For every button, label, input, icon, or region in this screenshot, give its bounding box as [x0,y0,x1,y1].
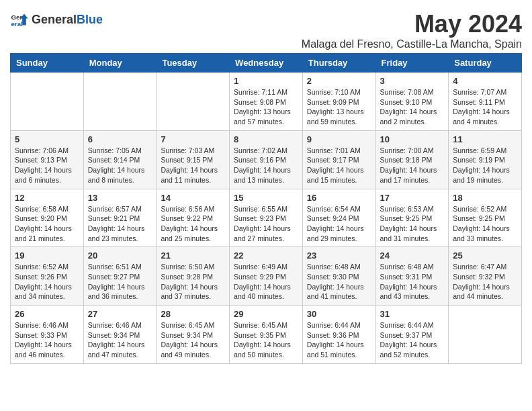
day-info: Sunrise: 6:49 AM Sunset: 9:29 PM Dayligh… [234,262,298,302]
day-number: 8 [234,134,298,144]
day-number: 29 [234,309,298,319]
column-header-thursday: Thursday [302,54,375,73]
day-number: 6 [88,134,152,144]
column-header-saturday: Saturday [449,54,522,73]
calendar-cell: 25Sunrise: 6:47 AM Sunset: 9:32 PM Dayli… [449,247,522,306]
calendar-cell: 22Sunrise: 6:49 AM Sunset: 9:29 PM Dayli… [230,247,303,306]
day-number: 7 [161,134,225,144]
day-info: Sunrise: 7:08 AM Sunset: 9:10 PM Dayligh… [380,87,445,127]
calendar-table: SundayMondayTuesdayWednesdayThursdayFrid… [10,53,522,364]
calendar-cell: 30Sunrise: 6:44 AM Sunset: 9:36 PM Dayli… [302,306,375,364]
day-info: Sunrise: 6:56 AM Sunset: 9:22 PM Dayligh… [161,204,225,244]
day-number: 30 [307,309,371,319]
day-info: Sunrise: 6:53 AM Sunset: 9:25 PM Dayligh… [380,204,445,244]
calendar-cell: 31Sunrise: 6:44 AM Sunset: 9:37 PM Dayli… [375,306,449,364]
calendar-cell [157,73,230,131]
day-info: Sunrise: 7:03 AM Sunset: 9:15 PM Dayligh… [161,146,225,185]
day-number: 28 [161,309,225,319]
calendar-cell: 10Sunrise: 7:00 AM Sunset: 9:18 PM Dayli… [375,130,449,189]
day-number: 21 [161,250,225,261]
calendar-cell: 11Sunrise: 6:59 AM Sunset: 9:19 PM Dayli… [449,130,522,189]
calendar-cell: 2Sunrise: 7:10 AM Sunset: 9:09 PM Daylig… [302,73,375,131]
day-number: 4 [453,76,517,86]
day-number: 22 [234,250,298,261]
calendar-cell: 12Sunrise: 6:58 AM Sunset: 9:20 PM Dayli… [11,189,84,247]
calendar-cell: 15Sunrise: 6:55 AM Sunset: 9:23 PM Dayli… [230,189,303,247]
calendar-cell: 28Sunrise: 6:45 AM Sunset: 9:34 PM Dayli… [157,306,230,364]
calendar-cell: 16Sunrise: 6:54 AM Sunset: 9:24 PM Dayli… [302,189,375,247]
calendar-cell: 17Sunrise: 6:53 AM Sunset: 9:25 PM Dayli… [375,189,449,247]
day-info: Sunrise: 7:00 AM Sunset: 9:18 PM Dayligh… [380,146,445,185]
day-number: 12 [15,193,79,203]
day-info: Sunrise: 7:10 AM Sunset: 9:09 PM Dayligh… [307,87,371,127]
page-header: Gen eral General Blue May 2024 Malaga de… [10,10,522,50]
day-info: Sunrise: 6:57 AM Sunset: 9:21 PM Dayligh… [88,204,152,244]
calendar-cell: 26Sunrise: 6:46 AM Sunset: 9:33 PM Dayli… [11,306,84,364]
calendar-cell: 23Sunrise: 6:48 AM Sunset: 9:30 PM Dayli… [302,247,375,306]
calendar-week-row: 26Sunrise: 6:46 AM Sunset: 9:33 PM Dayli… [11,306,522,364]
day-info: Sunrise: 6:52 AM Sunset: 9:25 PM Dayligh… [453,204,517,244]
day-info: Sunrise: 6:51 AM Sunset: 9:27 PM Dayligh… [88,262,152,302]
day-info: Sunrise: 7:05 AM Sunset: 9:14 PM Dayligh… [88,146,152,185]
calendar-cell: 3Sunrise: 7:08 AM Sunset: 9:10 PM Daylig… [375,73,449,131]
svg-text:eral: eral [11,20,23,28]
column-header-sunday: Sunday [11,54,84,73]
day-info: Sunrise: 6:47 AM Sunset: 9:32 PM Dayligh… [453,262,517,302]
calendar-cell [83,73,157,131]
calendar-cell: 7Sunrise: 7:03 AM Sunset: 9:15 PM Daylig… [157,130,230,189]
day-info: Sunrise: 6:59 AM Sunset: 9:19 PM Dayligh… [453,146,517,185]
calendar-cell: 20Sunrise: 6:51 AM Sunset: 9:27 PM Dayli… [83,247,157,306]
calendar-title: May 2024 [302,10,522,38]
day-info: Sunrise: 6:48 AM Sunset: 9:31 PM Dayligh… [380,262,445,302]
calendar-week-row: 12Sunrise: 6:58 AM Sunset: 9:20 PM Dayli… [11,189,522,247]
calendar-cell [11,73,84,131]
day-number: 17 [380,193,445,203]
day-info: Sunrise: 6:50 AM Sunset: 9:28 PM Dayligh… [161,262,225,302]
logo-text-general: General [32,13,77,27]
logo-text-blue: Blue [77,13,103,27]
day-number: 25 [453,250,517,261]
day-number: 23 [307,250,371,261]
calendar-header-row: SundayMondayTuesdayWednesdayThursdayFrid… [11,54,522,73]
day-info: Sunrise: 6:45 AM Sunset: 9:34 PM Dayligh… [161,320,225,360]
day-info: Sunrise: 6:54 AM Sunset: 9:24 PM Dayligh… [307,204,371,244]
calendar-cell: 27Sunrise: 6:46 AM Sunset: 9:34 PM Dayli… [83,306,157,364]
day-number: 18 [453,193,517,203]
logo-icon: Gen eral [10,10,29,29]
column-header-monday: Monday [83,54,157,73]
calendar-cell: 21Sunrise: 6:50 AM Sunset: 9:28 PM Dayli… [157,247,230,306]
title-area: May 2024 Malaga del Fresno, Castille-La … [302,10,522,50]
day-number: 20 [88,250,152,261]
calendar-cell: 6Sunrise: 7:05 AM Sunset: 9:14 PM Daylig… [83,130,157,189]
column-header-tuesday: Tuesday [157,54,230,73]
day-number: 24 [380,250,445,261]
day-number: 3 [380,76,445,86]
day-number: 10 [380,134,445,144]
calendar-cell: 13Sunrise: 6:57 AM Sunset: 9:21 PM Dayli… [83,189,157,247]
day-number: 31 [380,309,445,319]
calendar-cell: 29Sunrise: 6:45 AM Sunset: 9:35 PM Dayli… [230,306,303,364]
day-number: 26 [15,309,79,319]
day-number: 15 [234,193,298,203]
calendar-cell: 5Sunrise: 7:06 AM Sunset: 9:13 PM Daylig… [11,130,84,189]
calendar-week-row: 19Sunrise: 6:52 AM Sunset: 9:26 PM Dayli… [11,247,522,306]
day-info: Sunrise: 7:07 AM Sunset: 9:11 PM Dayligh… [453,87,517,127]
day-number: 19 [15,250,79,261]
day-info: Sunrise: 6:46 AM Sunset: 9:34 PM Dayligh… [88,320,152,360]
day-info: Sunrise: 7:06 AM Sunset: 9:13 PM Dayligh… [15,146,79,185]
day-number: 27 [88,309,152,319]
day-number: 2 [307,76,371,86]
day-number: 16 [307,193,371,203]
column-header-friday: Friday [375,54,449,73]
calendar-week-row: 1Sunrise: 7:11 AM Sunset: 9:08 PM Daylig… [11,73,522,131]
calendar-cell: 18Sunrise: 6:52 AM Sunset: 9:25 PM Dayli… [449,189,522,247]
day-number: 11 [453,134,517,144]
day-number: 1 [234,76,298,86]
day-number: 5 [15,134,79,144]
day-info: Sunrise: 6:55 AM Sunset: 9:23 PM Dayligh… [234,204,298,244]
calendar-cell: 8Sunrise: 7:02 AM Sunset: 9:16 PM Daylig… [230,130,303,189]
calendar-subtitle: Malaga del Fresno, Castille-La Mancha, S… [302,38,522,50]
day-info: Sunrise: 7:01 AM Sunset: 9:17 PM Dayligh… [307,146,371,185]
calendar-cell: 4Sunrise: 7:07 AM Sunset: 9:11 PM Daylig… [449,73,522,131]
day-info: Sunrise: 7:11 AM Sunset: 9:08 PM Dayligh… [234,87,298,127]
